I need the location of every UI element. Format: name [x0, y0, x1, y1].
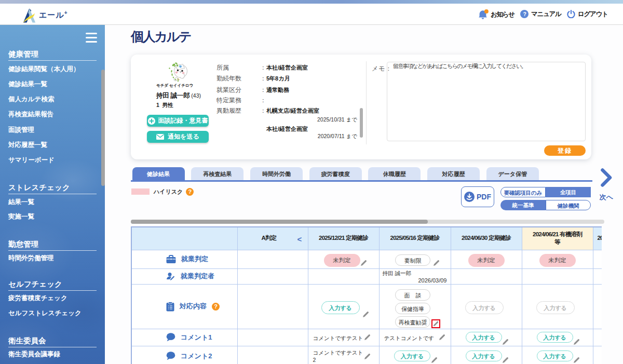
svg-text:?: ? — [523, 11, 526, 17]
